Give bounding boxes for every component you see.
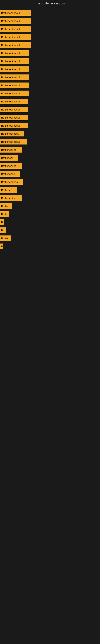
bottleneck-bar: Bottleneck result — [0, 98, 28, 104]
bar-row: Bottleneck result — [0, 138, 100, 146]
bar-row: Bottleneck result — [0, 89, 100, 98]
bar-row: Bottleneck re — [0, 194, 100, 202]
bottleneck-bar: Bottleneck result — [0, 42, 31, 48]
bottleneck-bar: Bottleneck result — [0, 90, 29, 96]
site-title: TheBottlenecker.com — [0, 0, 100, 7]
bar-row: Bottlenec — [0, 186, 100, 194]
bottleneck-bar: Bottleneck resu — [0, 179, 23, 185]
bottleneck-bar: Bottleneck result — [0, 66, 29, 72]
bar-row: Bo — [0, 226, 100, 234]
bar-row: Bottleneck result — [0, 9, 100, 17]
bars-container: Bottleneck resultBottleneck resultBottle… — [0, 7, 100, 252]
bottleneck-bar: Bottleneck result — [0, 74, 29, 80]
bottleneck-bar: Bottleneck result — [0, 115, 28, 120]
bottleneck-bar: Bottleneck r — [0, 171, 20, 177]
bottleneck-bar: Bottleneck result — [0, 50, 29, 56]
bottleneck-bar: B — [0, 244, 3, 249]
bar-row: Bottleneck result — [0, 57, 100, 65]
bar-row: Bottleneck result — [0, 49, 100, 57]
bar-row: Bott — [0, 210, 100, 218]
bar-row: Bottleneck — [0, 154, 100, 162]
bar-row: Bottleneck resu — [0, 178, 100, 186]
bar-row: Bottleneck result — [0, 65, 100, 73]
bar-row: Bottleneck result — [0, 73, 100, 81]
bottleneck-bar: Bottleneck result — [0, 34, 31, 40]
bottleneck-bar: Bottleneck result — [0, 139, 27, 144]
bar-row: Bottleneck result — [0, 81, 100, 89]
bar-row: Bottle — [0, 234, 100, 242]
bottleneck-bar: Bottleneck result — [0, 26, 31, 32]
bar-row: Bottleneck result — [0, 17, 100, 25]
bar-row: Bottleneck re — [0, 146, 100, 154]
bottleneck-bar: Bottleneck result — [0, 58, 29, 64]
bottleneck-bar: Bottle — [0, 236, 11, 241]
bar-row: Bottleneck result — [0, 41, 100, 49]
bottleneck-bar: Bottlenec — [0, 187, 17, 193]
bottleneck-bar: B — [0, 219, 3, 225]
bottleneck-bar: Bottleneck result — [0, 82, 29, 88]
bar-row: Bottleneck result — [0, 25, 100, 33]
bottleneck-bar: Bott — [0, 211, 9, 217]
bottleneck-bar: Bottleneck — [0, 155, 18, 160]
bar-row: Bottleneck result — [0, 106, 100, 114]
vertical-line — [2, 628, 2, 640]
bar-row: B — [0, 218, 100, 226]
bar-row: B — [0, 242, 100, 250]
bottleneck-bar: Bottleneck result — [0, 123, 28, 128]
bar-row: Bottleneck result — [0, 114, 100, 122]
bottleneck-bar: Bottleneck result — [0, 10, 31, 16]
bar-row: Bottle — [0, 202, 100, 210]
bottleneck-bar: Bo — [0, 228, 6, 233]
bar-row: Bottleneck result — [0, 122, 100, 130]
bottleneck-bar: Bottleneck re — [0, 195, 22, 201]
bottleneck-bar: Bottleneck resu — [0, 131, 24, 136]
bottleneck-bar: Bottleneck re — [0, 163, 22, 169]
bottleneck-bar: Bottleneck result — [0, 107, 28, 112]
bar-row: Bottleneck re — [0, 162, 100, 170]
bottleneck-bar: Bottle — [0, 203, 12, 209]
bar-row: Bottleneck resu — [0, 130, 100, 138]
bottleneck-bar: Bottleneck re — [0, 147, 22, 152]
bar-row: Bottleneck result — [0, 98, 100, 106]
bottleneck-bar: Bottleneck result — [0, 18, 31, 24]
bar-row: Bottleneck result — [0, 33, 100, 41]
bar-row: Bottleneck r — [0, 170, 100, 178]
